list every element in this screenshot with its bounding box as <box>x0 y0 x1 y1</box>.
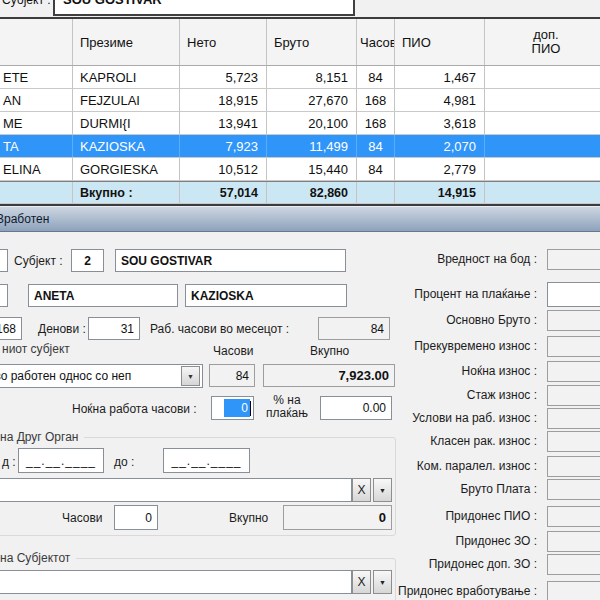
percent-pay-label-line2: плаќањ <box>266 406 308 420</box>
table-header-row: Презиме Нето Бруто Часов ПИО доп. ПИО <box>0 19 600 66</box>
cell-hours: 168 <box>357 112 395 134</box>
contribution-dop-zo-label: Придонес доп. ЗО : <box>320 554 537 575</box>
gross-salary-field <box>547 479 600 500</box>
table-row[interactable]: ELINAGORGIESKA10,51215,440842,779 <box>0 158 600 181</box>
date-to-input[interactable]: __.__.____ <box>163 448 250 473</box>
cell-bruto: 11,499 <box>267 135 357 157</box>
contribution-dop-zo-field <box>547 554 600 575</box>
top-subject-field[interactable]: SOU GOSTIVAR <box>53 0 355 16</box>
hours-168-field[interactable]: 168 <box>0 317 22 340</box>
class-head-amount-label: Класен рак. износ : <box>320 431 537 452</box>
payment-percent-label: Процент на плаќање : <box>320 282 537 307</box>
cell-name: AN <box>0 89 73 111</box>
employment-type-dropdown[interactable]: нато во работен однос со неп ▼ <box>0 364 203 388</box>
base-gross-field <box>547 310 600 331</box>
total-label: Вкупно : <box>73 182 180 203</box>
contribution-pio-field <box>547 506 600 527</box>
parallel-amount-field <box>547 456 600 477</box>
percent-pay-label-line1: % на <box>273 393 300 407</box>
total-hours <box>357 182 395 203</box>
table-row[interactable]: TAKAZIOSKA7,92311,499842,070 <box>0 135 600 158</box>
table-total-row: Вкупно : 57,014 82,860 14,915 <box>0 181 600 204</box>
table-row[interactable]: ANFEJZULAI18,91527,6701684,981 <box>0 89 600 112</box>
cell-name: TA <box>0 135 73 157</box>
cell-neto: 7,923 <box>180 135 267 157</box>
cell-dop-pio <box>485 158 600 180</box>
percent-pay-label: % на плаќањ <box>258 394 316 420</box>
cell-pio: 3,618 <box>395 112 485 134</box>
cell-name: ELINA <box>0 158 73 180</box>
total-bruto: 82,860 <box>267 182 357 203</box>
header-hours[interactable]: Часов <box>357 19 395 65</box>
date-from-label: д : <box>2 455 16 469</box>
cell-hours: 84 <box>357 135 395 157</box>
cell-name: ETE <box>0 66 73 88</box>
top-subject-label: Субјект : <box>2 0 51 7</box>
header-dop-pio[interactable]: доп. ПИО <box>485 19 600 65</box>
contribution-employment-label: Придонес вработување : <box>320 581 537 600</box>
gross-salary-label: Бруто Плата : <box>320 479 537 500</box>
chevron-down-icon[interactable]: ▼ <box>181 366 200 386</box>
other-organ-combobox[interactable] <box>0 478 352 502</box>
employment-type-value: нато во работен однос со неп <box>0 369 131 383</box>
class-head-amount-field <box>547 431 600 452</box>
cell-hours: 84 <box>357 66 395 88</box>
other-organ-hours-input[interactable]: 0 <box>114 505 158 530</box>
employee-panel-titlebar: Вработен <box>0 206 600 232</box>
subject-section-label: ниот субјект <box>2 342 70 356</box>
night-amount-field <box>547 361 600 382</box>
overtime-amount-label: Прекувремено износ : <box>320 336 537 357</box>
first-name-field[interactable]: ANETA <box>28 284 178 307</box>
subject-name-field[interactable]: SOU GOSTIVAR <box>115 249 346 272</box>
night-hours-input[interactable]: 0 <box>211 396 254 420</box>
header-neto[interactable]: Нето <box>180 19 267 65</box>
cell-hours: 84 <box>357 158 395 180</box>
work-conditions-amount-field <box>547 408 600 429</box>
header-name[interactable] <box>0 19 73 65</box>
night-work-label: Ноќна работа часови : <box>72 402 197 416</box>
contribution-zo-label: Придонес ЗО : <box>320 531 537 552</box>
cell-neto: 5,723 <box>180 66 267 88</box>
total-dop-pio <box>485 182 600 203</box>
total-name-cell <box>0 182 73 203</box>
date-from-input[interactable]: __.__.____ <box>18 448 104 473</box>
cell-pio: 2,070 <box>395 135 485 157</box>
header-dop-pio-line1: доп. <box>533 28 558 42</box>
night-hours-value: 0 <box>224 399 250 417</box>
table-row[interactable]: MEDURMI{I13,94120,1001683,618 <box>0 112 600 135</box>
subject-number-field[interactable]: 2 <box>71 249 104 272</box>
days-label: Денови : <box>38 322 86 336</box>
cell-hours: 168 <box>357 89 395 111</box>
header-surname[interactable]: Презиме <box>73 19 180 65</box>
cell-bruto: 15,440 <box>267 158 357 180</box>
payment-percent-field[interactable] <box>547 282 600 307</box>
other-organ-group-label: на Друг Орган <box>0 430 84 444</box>
subject-work-combobox[interactable] <box>0 570 352 594</box>
days-field[interactable]: 31 <box>88 317 140 340</box>
value-point-label: Вредност на бод : <box>320 249 537 270</box>
header-bruto[interactable]: Бруто <box>267 19 357 65</box>
text-caret <box>250 401 251 416</box>
cell-neto: 13,941 <box>180 112 267 134</box>
cell-bruto: 8,151 <box>267 66 357 88</box>
table-row[interactable]: ETEKAPROLI5,7238,151841,467 <box>0 66 600 89</box>
night-amount-label: Ноќна износ : <box>320 361 537 382</box>
cell-pio: 1,467 <box>395 66 485 88</box>
seniority-amount-field <box>547 385 600 406</box>
cell-dop-pio <box>485 135 600 157</box>
overtime-amount-field <box>547 336 600 357</box>
employment-hours-field[interactable]: 84 <box>209 364 255 387</box>
cell-surname: DURMI{I <box>73 112 180 134</box>
total-pio: 14,915 <box>395 182 485 203</box>
cell-name: ME <box>0 112 73 134</box>
employee-table: Презиме Нето Бруто Часов ПИО доп. ПИО ET… <box>0 17 600 206</box>
panel-title: Вработен <box>0 212 49 226</box>
cut-field-left-2[interactable] <box>0 284 8 307</box>
subject-label: Субјект : <box>14 254 63 268</box>
cell-dop-pio <box>485 66 600 88</box>
cell-neto: 18,915 <box>180 89 267 111</box>
cut-field-left-1[interactable] <box>0 249 8 272</box>
header-pio[interactable]: ПИО <box>395 19 485 65</box>
cell-surname: KAZIOSKA <box>73 135 180 157</box>
contribution-zo-field <box>547 531 600 552</box>
